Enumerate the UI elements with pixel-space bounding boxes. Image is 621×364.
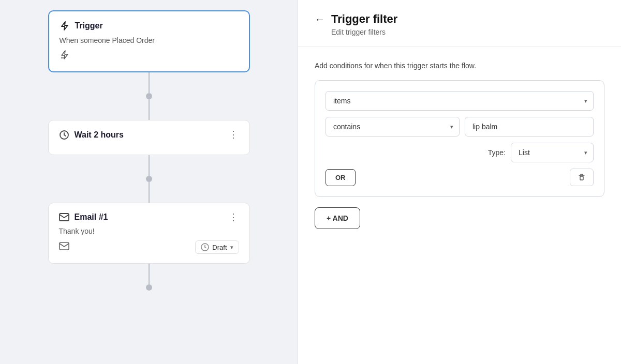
field-select-wrapper: items ▾ xyxy=(326,91,594,111)
svg-line-5 xyxy=(64,135,66,136)
field-selector-row: items ▾ xyxy=(326,91,594,111)
email-preview-icon xyxy=(59,241,69,253)
svg-rect-7 xyxy=(60,242,69,250)
delete-condition-button[interactable] xyxy=(570,169,594,186)
connector-dot-2 xyxy=(146,176,152,182)
panel-header: ← Trigger filter Edit trigger filters xyxy=(298,0,621,47)
svg-marker-0 xyxy=(62,22,68,30)
value-input[interactable] xyxy=(465,117,594,136)
lightning-icon xyxy=(60,21,70,31)
or-button[interactable]: OR xyxy=(326,169,356,186)
field-select[interactable]: items xyxy=(326,91,594,111)
or-delete-row: OR xyxy=(326,169,594,186)
draft-label: Draft xyxy=(212,244,227,251)
filter-condition-card: items ▾ contains ▾ Type: xyxy=(315,80,604,197)
workflow-canvas: Trigger When someone Placed Order xyxy=(0,0,298,364)
trigger-card[interactable]: Trigger When someone Placed Order xyxy=(48,10,250,72)
connector-line-1 xyxy=(149,72,150,93)
conditions-description: Add conditions for when this trigger sta… xyxy=(315,62,604,70)
type-select[interactable]: List xyxy=(511,143,594,162)
connector-line-3 xyxy=(149,155,150,176)
email-card-subtitle: Thank you! xyxy=(59,227,239,235)
trigger-filter-icon xyxy=(60,50,70,62)
email-card-more-button[interactable]: ⋮ xyxy=(226,211,241,223)
svg-line-10 xyxy=(205,247,206,248)
panel-subtitle: Edit trigger filters xyxy=(331,28,604,36)
trigger-card-subtitle: When someone Placed Order xyxy=(60,36,239,44)
wait-card-title: Wait 2 hours xyxy=(75,130,124,140)
draft-status-badge[interactable]: Draft ▾ xyxy=(195,240,239,254)
wait-card[interactable]: Wait 2 hours ⋮ xyxy=(48,120,250,155)
connector-line-4 xyxy=(149,182,150,203)
type-select-wrapper: List ▾ xyxy=(511,143,594,162)
connector-dot-3 xyxy=(146,284,152,291)
connector-dot-1 xyxy=(146,93,152,99)
email-card[interactable]: Email #1 ⋮ Thank you! Draft xyxy=(48,203,250,264)
condition-value-row: contains ▾ xyxy=(326,117,594,136)
condition-select-wrapper: contains ▾ xyxy=(326,117,460,136)
trash-icon xyxy=(578,173,586,181)
type-row: Type: List ▾ xyxy=(326,143,594,162)
draft-icon xyxy=(201,243,209,251)
clock-icon xyxy=(59,130,69,140)
svg-rect-11 xyxy=(580,176,583,180)
panel-body: Add conditions for when this trigger sta… xyxy=(298,47,621,364)
panel-title: Trigger filter xyxy=(331,12,397,26)
connector-line-5 xyxy=(149,264,150,284)
trigger-filter-panel: ← Trigger filter Edit trigger filters Ad… xyxy=(298,0,621,364)
type-label: Type: xyxy=(488,148,506,157)
condition-select[interactable]: contains xyxy=(326,117,460,136)
back-button[interactable]: ← xyxy=(315,14,325,24)
and-button[interactable]: + AND xyxy=(315,207,360,229)
trigger-card-title: Trigger xyxy=(75,21,103,31)
wait-card-more-button[interactable]: ⋮ xyxy=(226,129,241,140)
mail-icon xyxy=(59,213,69,222)
connector-line-2 xyxy=(149,99,150,120)
chevron-down-icon: ▾ xyxy=(230,244,233,251)
email-card-title: Email #1 xyxy=(75,213,108,222)
